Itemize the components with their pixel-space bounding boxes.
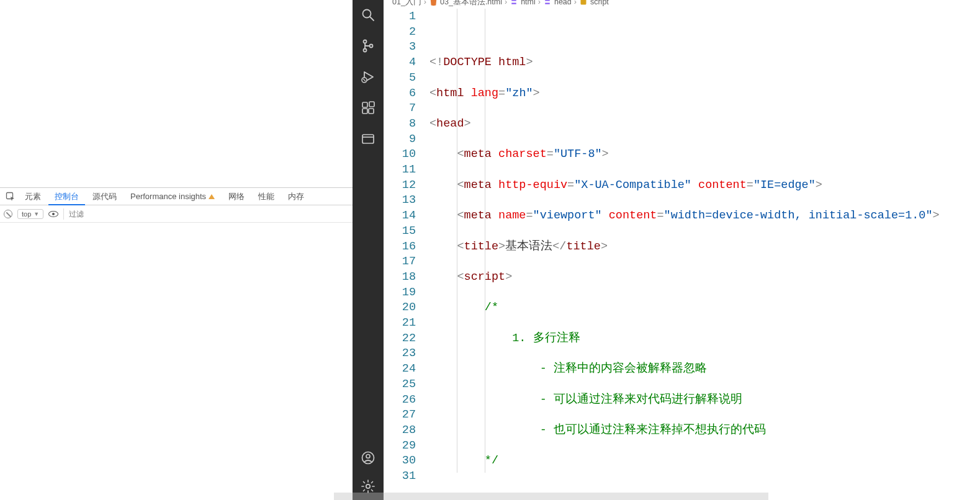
devtools-tab-bar: 元素 控制台 源代码 Performance insights 网络 性能 内存 bbox=[0, 188, 353, 205]
chevron-right-icon: › bbox=[505, 0, 507, 6]
tab-memory[interactable]: 内存 bbox=[282, 188, 310, 205]
tab-elements[interactable]: 元素 bbox=[19, 188, 47, 205]
breadcrumb-file[interactable]: 03_基本语法.html bbox=[440, 0, 502, 7]
symbol-icon bbox=[579, 0, 588, 6]
source-control-icon[interactable] bbox=[359, 37, 377, 55]
search-icon[interactable] bbox=[359, 6, 377, 24]
tab-performance[interactable]: 性能 bbox=[252, 188, 281, 205]
console-output[interactable] bbox=[0, 223, 353, 500]
scrollbar-thumb[interactable] bbox=[334, 493, 768, 500]
svg-line-2 bbox=[370, 17, 374, 20]
breadcrumb-html[interactable]: html bbox=[521, 0, 536, 6]
line-number-gutter: 1 2 3 4 5 6 7 8 9 10 11 12 13 14 15 16 1… bbox=[384, 9, 427, 500]
clear-console-icon[interactable] bbox=[4, 210, 12, 218]
caret-down-icon: ▼ bbox=[34, 211, 39, 217]
chevron-right-icon: › bbox=[424, 0, 426, 6]
html-file-icon bbox=[429, 0, 438, 6]
activity-bar bbox=[353, 0, 384, 500]
tab-sources[interactable]: 源代码 bbox=[86, 188, 123, 205]
page-viewport[interactable] bbox=[0, 0, 353, 187]
chevron-right-icon: › bbox=[574, 0, 577, 6]
svg-rect-11 bbox=[369, 102, 374, 107]
breadcrumb[interactable]: 01_入门 › 03_基本语法.html › html › head › scr… bbox=[384, 0, 980, 6]
tab-network[interactable]: 网络 bbox=[222, 188, 251, 205]
extensions-icon[interactable] bbox=[359, 99, 377, 117]
svg-rect-8 bbox=[362, 102, 367, 107]
vscode-window: 01_入门 › 03_基本语法.html › html › head › scr… bbox=[353, 0, 980, 500]
context-selector[interactable]: top ▼ bbox=[17, 209, 43, 219]
account-icon[interactable] bbox=[359, 449, 377, 467]
breadcrumb-folder[interactable]: 01_入门 bbox=[392, 0, 421, 7]
svg-point-3 bbox=[364, 40, 367, 43]
symbol-icon bbox=[543, 0, 552, 6]
live-expression-icon[interactable] bbox=[48, 211, 58, 217]
devtools-panel: 元素 控制台 源代码 Performance insights 网络 性能 内存… bbox=[0, 187, 353, 500]
code-content[interactable]: <!DOCTYPE html> <html lang="zh"> <head> … bbox=[427, 9, 980, 500]
browser-panel: 元素 控制台 源代码 Performance insights 网络 性能 内存… bbox=[0, 0, 353, 500]
inspect-icon[interactable] bbox=[4, 190, 17, 203]
explorer-icon[interactable] bbox=[359, 130, 377, 148]
horizontal-scrollbar[interactable] bbox=[384, 493, 980, 500]
tab-console[interactable]: 控制台 bbox=[48, 188, 85, 205]
svg-point-15 bbox=[366, 484, 370, 488]
console-toolbar: top ▼ bbox=[0, 205, 353, 223]
editor-area: 01_入门 › 03_基本语法.html › html › head › scr… bbox=[384, 0, 980, 500]
tab-performance-insights[interactable]: Performance insights bbox=[124, 188, 221, 205]
svg-rect-12 bbox=[362, 135, 374, 143]
chevron-right-icon: › bbox=[538, 0, 541, 6]
context-label: top bbox=[22, 210, 31, 218]
code-editor[interactable]: 1 2 3 4 5 6 7 8 9 10 11 12 13 14 15 16 1… bbox=[384, 9, 980, 500]
filter-input[interactable] bbox=[63, 208, 349, 220]
breadcrumb-script[interactable]: script bbox=[590, 0, 609, 6]
svg-rect-16 bbox=[580, 0, 586, 5]
svg-point-5 bbox=[370, 45, 373, 48]
svg-rect-10 bbox=[369, 109, 374, 114]
svg-point-14 bbox=[366, 455, 370, 458]
symbol-icon bbox=[510, 0, 518, 6]
svg-point-4 bbox=[364, 49, 367, 52]
breadcrumb-head[interactable]: head bbox=[554, 0, 572, 6]
run-debug-icon[interactable] bbox=[359, 68, 377, 86]
svg-rect-9 bbox=[362, 109, 367, 114]
